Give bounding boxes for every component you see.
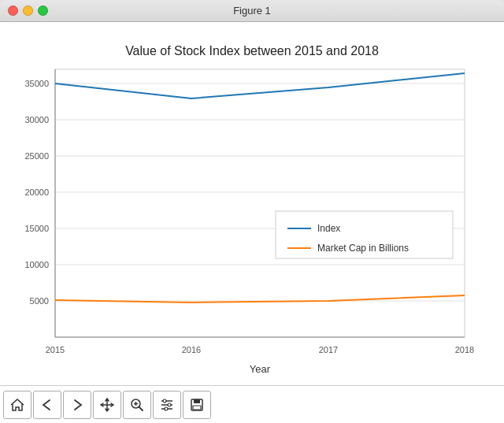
maximize-button[interactable] — [38, 6, 48, 16]
svg-text:2015: 2015 — [46, 345, 65, 354]
chart-title: Value of Stock Index between 2015 and 20… — [125, 44, 379, 58]
home-button[interactable] — [3, 391, 32, 419]
svg-text:35000: 35000 — [24, 79, 49, 88]
zoom-button[interactable] — [123, 391, 151, 419]
svg-point-35 — [163, 399, 166, 403]
window-title: Figure 1 — [233, 5, 271, 17]
close-button[interactable] — [8, 6, 18, 16]
svg-line-29 — [139, 406, 143, 410]
svg-text:Year: Year — [250, 363, 271, 375]
svg-text:25000: 25000 — [24, 151, 49, 161]
forward-button[interactable] — [63, 391, 91, 419]
chart-svg: Value of Stock Index between 2015 and 20… — [0, 22, 504, 385]
svg-text:5000: 5000 — [30, 296, 49, 306]
svg-text:Index: Index — [317, 223, 340, 234]
toolbar — [0, 385, 504, 423]
svg-text:10000: 10000 — [24, 260, 49, 269]
svg-text:30000: 30000 — [24, 115, 49, 124]
svg-point-37 — [165, 407, 168, 410]
svg-point-36 — [168, 403, 171, 406]
title-bar: Figure 1 — [0, 0, 504, 22]
svg-text:Market Cap in Billions: Market Cap in Billions — [317, 243, 409, 254]
svg-text:20000: 20000 — [24, 187, 49, 197]
svg-text:2016: 2016 — [182, 345, 201, 354]
svg-rect-40 — [193, 406, 201, 410]
save-button[interactable] — [183, 391, 211, 419]
svg-rect-39 — [194, 399, 200, 403]
svg-text:15000: 15000 — [24, 224, 49, 233]
svg-text:2017: 2017 — [319, 345, 338, 354]
pan-button[interactable] — [93, 391, 121, 419]
chart-area: Value of Stock Index between 2015 and 20… — [0, 22, 504, 385]
window-controls — [8, 6, 48, 16]
minimize-button[interactable] — [23, 6, 33, 16]
svg-text:2018: 2018 — [455, 345, 474, 354]
configure-button[interactable] — [153, 391, 181, 419]
svg-rect-1 — [55, 69, 465, 337]
window: Figure 1 Value of Stock Index between 20… — [0, 0, 504, 423]
back-button[interactable] — [33, 391, 61, 419]
